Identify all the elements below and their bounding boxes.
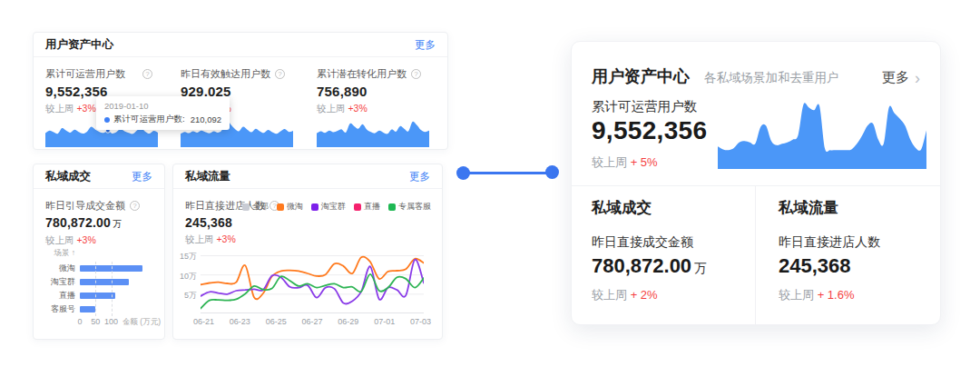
metric-value: 780,872.00 bbox=[45, 215, 111, 230]
chart-legend: 全部微淘淘宝群直播专属客服 bbox=[242, 201, 431, 213]
bar-row: 淘宝群 bbox=[44, 275, 155, 289]
compare-label: 较上周 bbox=[45, 234, 74, 245]
x-tick-label: 50 bbox=[91, 317, 100, 326]
metric-label: 昨日引导成交金额 bbox=[45, 199, 125, 213]
user-asset-detail-card: 用户资产中心 各私域场景加和去重用户 更多 › 累计可运营用户数 9,552,3… bbox=[571, 41, 941, 325]
more-link[interactable]: 更多 bbox=[415, 33, 436, 57]
compare-value: +3% bbox=[216, 233, 235, 244]
card-header: 用户资产中心 更多 bbox=[34, 33, 447, 57]
y-tick-label: 5万 bbox=[184, 290, 197, 302]
card-subtitle: 各私域场景加和去重用户 bbox=[704, 70, 839, 86]
info-icon[interactable]: ? bbox=[275, 69, 285, 79]
tooltip-date: 2019-01-10 bbox=[104, 101, 221, 111]
x-tick-label: 06-25 bbox=[266, 317, 287, 326]
more-link[interactable]: 更多 › bbox=[882, 69, 920, 86]
dashboard-canvas: 用户资产中心 更多 累计可运营用户数 ? 9,552,356 较上周 +3% 昨… bbox=[0, 0, 980, 367]
metric-deal-amount: 昨日引导成交金额 ? 780,872.00万 较上周 +3% bbox=[45, 199, 162, 247]
section-title: 私域流量 bbox=[779, 198, 838, 218]
compare-label: 较上周 bbox=[779, 288, 814, 302]
gridline bbox=[112, 262, 113, 316]
x-tick-label: 06-21 bbox=[193, 317, 214, 326]
legend-label: 微淘 bbox=[287, 201, 303, 213]
legend-swatch-icon bbox=[354, 203, 361, 211]
section-private-deal: 私域成交 昨日直接成交金额 780,872.00万 较上周 + 2% bbox=[592, 185, 746, 324]
private-traffic-card: 私域流量 更多 昨日直接进店人数 ? 245,368 较上周 +3% 全部微淘淘… bbox=[172, 164, 443, 340]
x-tick-label: 06-27 bbox=[301, 317, 322, 326]
more-link[interactable]: 更多 bbox=[409, 164, 430, 189]
legend-item[interactable]: 微淘 bbox=[277, 201, 303, 213]
series-dot-icon bbox=[104, 117, 110, 123]
card-header: 私域成交 更多 bbox=[34, 164, 164, 189]
legend-item[interactable]: 直播 bbox=[354, 201, 380, 213]
connector-line bbox=[466, 172, 548, 174]
compare-label: 较上周 bbox=[592, 288, 627, 302]
deal-bar-chart: 场景 ↑微淘淘宝群直播客服号050100金额 (万元) bbox=[44, 248, 155, 327]
metric-value: 756,890 bbox=[317, 84, 440, 99]
chart-tooltip: 2019-01-10 累计可运营用户数: 210,092 bbox=[96, 96, 230, 130]
bar-category-label: 微淘 bbox=[44, 263, 80, 274]
tooltip-series-label: 累计可运营用户数: bbox=[113, 114, 185, 125]
metric-value: 780,872.00 bbox=[592, 254, 691, 277]
legend-swatch-icon bbox=[242, 203, 250, 211]
compare-label: 较上周 bbox=[185, 233, 214, 244]
metric-unit: 万 bbox=[694, 261, 707, 275]
metric-label: 昨日有效触达用户数 bbox=[181, 67, 270, 81]
card-title: 用户资产中心 bbox=[45, 33, 113, 57]
compare-value: + 2% bbox=[631, 288, 658, 302]
x-tick-label: 06-29 bbox=[338, 317, 358, 326]
compare-value: + 1.6% bbox=[818, 288, 855, 302]
card-title: 用户资产中心 bbox=[592, 65, 690, 87]
legend-label: 直播 bbox=[364, 201, 380, 213]
metric-value: 9,552,356 bbox=[592, 116, 707, 145]
sparkline-chart bbox=[317, 113, 429, 147]
info-icon[interactable]: ? bbox=[411, 69, 421, 79]
legend-swatch-icon bbox=[311, 203, 318, 211]
metric-label: 累计可运营用户数 bbox=[592, 98, 697, 115]
bar-row: 直播 bbox=[44, 289, 155, 303]
y-tick-label: 15万 bbox=[180, 251, 197, 263]
bar-row: 微淘 bbox=[44, 262, 155, 275]
bar-x-axis-title: 金额 (万元) bbox=[122, 317, 161, 328]
x-tick-label: 100 bbox=[104, 317, 118, 326]
bar-category-label: 直播 bbox=[44, 290, 80, 302]
info-icon[interactable]: ? bbox=[130, 201, 140, 211]
info-icon[interactable]: ? bbox=[142, 69, 152, 79]
gridline bbox=[95, 262, 96, 316]
section-title: 私域成交 bbox=[592, 198, 652, 218]
bar bbox=[80, 293, 115, 299]
x-tick-label: 07-03 bbox=[410, 317, 431, 326]
bar-category-label: 淘宝群 bbox=[44, 276, 80, 288]
metric-value: 245,368 bbox=[185, 215, 330, 230]
legend-swatch-icon bbox=[388, 203, 396, 211]
line-chart-plot bbox=[201, 248, 424, 313]
legend-label: 全部 bbox=[252, 201, 269, 213]
compare-label: 较上周 bbox=[592, 155, 627, 169]
metric-label: 昨日直接进店人数 bbox=[779, 234, 880, 251]
compare-value: + 5% bbox=[631, 155, 658, 169]
y-axis-labels: 15万10万5万 bbox=[177, 248, 197, 313]
card-header: 私域流量 更多 bbox=[173, 164, 442, 189]
y-tick-label: 10万 bbox=[180, 271, 197, 283]
metric-label: 累计可运营用户数 bbox=[45, 67, 125, 81]
tooltip-value: 210,092 bbox=[191, 114, 221, 124]
legend-item[interactable]: 淘宝群 bbox=[311, 201, 346, 213]
private-deal-card: 私域成交 更多 昨日引导成交金额 ? 780,872.00万 较上周 +3% 场… bbox=[33, 164, 165, 340]
legend-label: 专属客服 bbox=[398, 201, 431, 213]
bar-y-axis-title: 场景 ↑ bbox=[44, 248, 75, 259]
metric-value: 245,368 bbox=[779, 254, 851, 277]
legend-swatch-icon bbox=[277, 203, 284, 211]
x-axis-labels: 06-2106-2306-2506-2706-2907-0107-03 bbox=[193, 317, 431, 326]
connector-dot-right bbox=[545, 165, 559, 179]
bar-row: 客服号 bbox=[44, 303, 155, 316]
legend-label: 淘宝群 bbox=[321, 201, 346, 213]
area-chart bbox=[718, 96, 926, 169]
legend-item[interactable]: 专属客服 bbox=[388, 201, 431, 213]
connector-dot-left bbox=[456, 166, 470, 180]
more-link[interactable]: 更多 bbox=[132, 164, 152, 189]
section-private-traffic: 私域流量 昨日直接进店人数 245,368 较上周 + 1.6% bbox=[779, 185, 924, 324]
card-title: 私域成交 bbox=[45, 164, 91, 189]
x-tick-label: 07-01 bbox=[374, 317, 395, 326]
x-tick-label: 06-23 bbox=[230, 317, 250, 326]
metric-label: 昨日直接成交金额 bbox=[592, 234, 693, 251]
legend-item[interactable]: 全部 bbox=[242, 201, 269, 213]
